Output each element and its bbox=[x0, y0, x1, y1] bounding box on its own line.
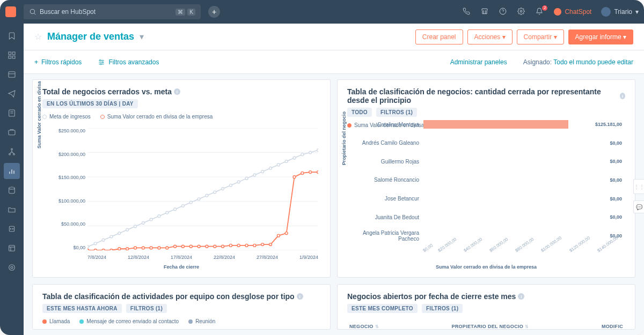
settings-icon[interactable] bbox=[517, 8, 526, 16]
info-icon[interactable]: i bbox=[620, 93, 625, 99]
create-panel-button[interactable]: Crear panel bbox=[415, 29, 463, 44]
favorite-star-icon[interactable]: ☆ bbox=[34, 32, 42, 42]
chatspot-icon bbox=[554, 8, 561, 16]
legend-email[interactable]: Mensaje de correo enviado al contacto bbox=[79, 318, 179, 324]
leaderboard-row: Andrés Camilo Galeano$0,00 bbox=[423, 137, 622, 149]
svg-point-63 bbox=[261, 170, 264, 173]
svg-point-32 bbox=[100, 59, 101, 61]
hubspot-logo[interactable] bbox=[5, 6, 16, 17]
leaderboard-row: Guillermo Rojas$0,00 bbox=[423, 155, 622, 167]
global-search[interactable]: ⌘K bbox=[24, 4, 201, 19]
svg-point-33 bbox=[103, 61, 104, 62]
legend-goal[interactable]: Meta de ingresos bbox=[42, 114, 91, 120]
add-report-button[interactable]: Agregar informe ▾ bbox=[568, 29, 633, 44]
help-icon[interactable] bbox=[499, 8, 508, 16]
svg-rect-5 bbox=[12, 52, 15, 55]
svg-point-51 bbox=[166, 211, 169, 214]
manage-panels-link[interactable]: Administrar paneles bbox=[450, 58, 507, 66]
nav-crm[interactable] bbox=[4, 66, 20, 83]
svg-point-98 bbox=[301, 172, 304, 174]
marketplace-icon[interactable] bbox=[481, 8, 489, 16]
chat-bubble-icon[interactable]: 💬 bbox=[633, 200, 644, 213]
info-icon[interactable]: i bbox=[518, 293, 524, 300]
svg-point-80 bbox=[158, 247, 160, 249]
account-menu[interactable]: Triario▾ bbox=[601, 7, 639, 17]
svg-point-73 bbox=[102, 249, 105, 250]
nav-automation[interactable] bbox=[4, 144, 20, 160]
chart1-yticks: $250.000,00$200.000,00$150.000,00$100.00… bbox=[52, 128, 85, 250]
dashboard-title[interactable]: Mánager de ventas bbox=[47, 31, 134, 42]
legend-closed[interactable]: Suma Valor cerrado en divisa de la empre… bbox=[100, 114, 213, 120]
col-negocio[interactable]: NEGOCIO⇅ bbox=[349, 324, 379, 329]
svg-point-50 bbox=[158, 215, 160, 218]
chart2-xlabel: Suma Valor cerrado en divisa de la empre… bbox=[345, 264, 627, 270]
svg-point-90 bbox=[237, 244, 240, 247]
info-icon[interactable]: i bbox=[174, 88, 180, 95]
info-icon[interactable]: i bbox=[297, 293, 303, 300]
svg-point-41 bbox=[87, 245, 89, 248]
card-open-deals: Negocios abiertos por fecha de cierre es… bbox=[337, 284, 635, 330]
nav-library[interactable] bbox=[4, 202, 20, 218]
svg-point-64 bbox=[269, 167, 272, 169]
svg-point-42 bbox=[94, 242, 97, 245]
card4-tag2[interactable]: FILTROS (1) bbox=[422, 304, 463, 313]
svg-rect-24 bbox=[9, 245, 15, 251]
svg-point-2 bbox=[500, 8, 507, 14]
rep-value: $125.181,00 bbox=[595, 122, 622, 127]
svg-point-75 bbox=[118, 248, 121, 250]
nav-settings-gear[interactable] bbox=[4, 259, 20, 276]
svg-point-14 bbox=[11, 148, 13, 150]
add-button[interactable]: + bbox=[208, 6, 220, 18]
rep-name: Andrés Camilo Galeano bbox=[349, 140, 419, 146]
advanced-filters-link[interactable]: Filtros avanzados bbox=[98, 58, 159, 66]
notifications-icon[interactable]: 2 bbox=[536, 8, 544, 16]
card3-tag2[interactable]: FILTROS (1) bbox=[126, 304, 167, 313]
nav-data[interactable] bbox=[4, 182, 20, 198]
card-activities: Tabla de clasificación de actividades po… bbox=[32, 284, 331, 330]
search-input[interactable] bbox=[40, 8, 171, 16]
nav-commerce[interactable] bbox=[4, 124, 20, 140]
svg-point-89 bbox=[229, 244, 232, 247]
nav-content[interactable] bbox=[4, 105, 20, 121]
nav-workspaces[interactable] bbox=[4, 47, 20, 63]
svg-point-55 bbox=[197, 198, 200, 200]
rep-name: Guillermo Rojas bbox=[349, 159, 419, 165]
col-modificado[interactable]: MODIFIC bbox=[602, 324, 623, 329]
quick-filters-link[interactable]: +Filtros rápidos bbox=[34, 58, 82, 66]
svg-point-16 bbox=[13, 153, 15, 155]
svg-point-77 bbox=[134, 247, 137, 249]
svg-point-99 bbox=[309, 171, 312, 174]
title-dropdown-icon[interactable]: ▾ bbox=[140, 32, 144, 42]
nav-marketing[interactable] bbox=[4, 86, 20, 102]
svg-point-85 bbox=[197, 245, 200, 248]
card4-tag1[interactable]: ESTE MES COMPLETO bbox=[347, 304, 418, 313]
nav-template[interactable] bbox=[4, 240, 20, 256]
nav-bookmarks[interactable] bbox=[4, 28, 20, 44]
nav-reporting[interactable] bbox=[4, 163, 20, 179]
card-leaderboard: Tabla de clasificación de negocios: cant… bbox=[337, 79, 635, 278]
card3-tag1[interactable]: ESTE MES HASTA AHORA bbox=[42, 304, 122, 313]
svg-point-52 bbox=[174, 208, 177, 211]
nav-ai[interactable] bbox=[4, 221, 20, 237]
assigned-value-link[interactable]: Todo el mundo puede editar bbox=[553, 58, 633, 66]
chatspot-link[interactable]: ChatSpot bbox=[554, 8, 591, 16]
col-propietario[interactable]: PROPIETARIO DEL NEGOCIO⇅ bbox=[451, 324, 529, 329]
actions-button[interactable]: Acciones ▾ bbox=[467, 29, 513, 44]
card2-title: Tabla de clasificación de negocios: cant… bbox=[347, 87, 625, 105]
svg-point-20 bbox=[9, 187, 15, 189]
legend-call[interactable]: Llamada bbox=[42, 318, 70, 324]
rep-value: $0,00 bbox=[610, 177, 622, 183]
share-button[interactable]: Compartir ▾ bbox=[517, 29, 564, 44]
svg-point-94 bbox=[269, 243, 272, 246]
svg-rect-6 bbox=[9, 56, 11, 58]
page-header: ☆ Mánager de ventas ▾ Crear panel Accion… bbox=[24, 24, 644, 50]
card1-range-tag[interactable]: EN LOS ÚLTIMOS 30 DÍAS | DAY bbox=[42, 99, 138, 108]
svg-point-69 bbox=[309, 151, 312, 154]
svg-point-70 bbox=[317, 149, 318, 152]
sliders-icon bbox=[98, 58, 105, 66]
svg-point-93 bbox=[261, 243, 264, 246]
legend-meeting[interactable]: Reunión bbox=[188, 318, 215, 324]
drag-handle-icon[interactable]: ⋮⋮ bbox=[633, 179, 644, 194]
rep-bar bbox=[423, 120, 568, 129]
phone-icon[interactable] bbox=[463, 8, 471, 16]
